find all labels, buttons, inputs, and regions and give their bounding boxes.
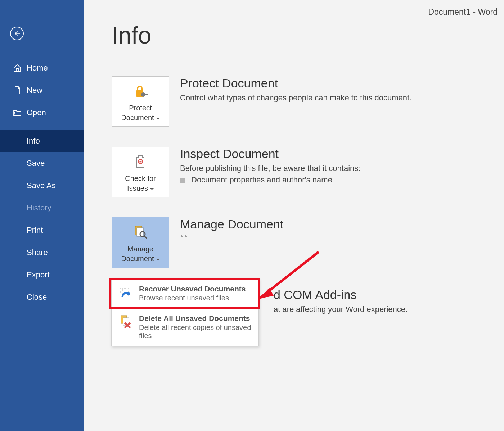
sidebar-item-label: New: [27, 86, 42, 95]
sidebar-item-label: Info: [27, 136, 40, 146]
open-icon: [13, 108, 22, 117]
menu-item-subtitle: Delete all recent copies of unsaved file…: [139, 323, 252, 340]
menu-item-recover-unsaved[interactable]: Recover Unsaved Documents Browse recent …: [112, 279, 258, 308]
backstage-sidebar: Home New Open Info Save Save As History …: [0, 0, 84, 431]
back-button[interactable]: [10, 27, 24, 40]
button-label: Manage Document: [115, 244, 166, 264]
sidebar-divider: [13, 126, 71, 126]
sidebar-item-export[interactable]: Export: [0, 264, 84, 286]
back-arrow-icon: [13, 30, 21, 37]
home-icon: [13, 64, 22, 72]
section-protect: Protect Document Protect Document Contro…: [112, 76, 504, 127]
sidebar-item-label: Print: [27, 226, 43, 235]
section-desc: Before publishing this file, be aware th…: [180, 164, 360, 173]
menu-item-subtitle: Browse recent unsaved files: [139, 294, 246, 302]
page-title: Info: [112, 22, 504, 49]
sidebar-item-close[interactable]: Close: [0, 286, 84, 308]
section-manage: Manage Document Manage Document: [112, 217, 504, 268]
sidebar-item-save-as[interactable]: Save As: [0, 174, 84, 197]
sidebar-item-info[interactable]: Info: [0, 130, 84, 152]
svg-rect-4: [139, 156, 142, 158]
svg-rect-2: [145, 94, 148, 95]
sidebar-item-share[interactable]: Share: [0, 241, 84, 264]
sidebar-item-label: Save: [27, 159, 45, 168]
sidebar-item-label: Export: [27, 270, 50, 280]
button-label: Protect Document: [115, 103, 166, 123]
sidebar-item-open[interactable]: Open: [0, 101, 84, 124]
menu-item-title: Delete All Unsaved Documents: [139, 314, 252, 323]
section-title-partial: d COM Add-ins: [274, 288, 408, 302]
menu-item-title: Recover Unsaved Documents: [139, 285, 246, 293]
button-label: Check for Issues: [115, 174, 166, 193]
menu-item-delete-unsaved[interactable]: Delete All Unsaved Documents Delete all …: [112, 308, 258, 346]
section-title: Inspect Document: [180, 147, 360, 161]
section-title: Protect Document: [180, 76, 411, 90]
lock-key-icon: [115, 82, 166, 101]
section-desc-partial: at are affecting your Word experience.: [274, 305, 408, 314]
svg-line-9: [144, 236, 147, 239]
sidebar-item-label: Home: [27, 63, 48, 73]
section-desc: Control what types of changes people can…: [180, 93, 411, 103]
sidebar-item-save[interactable]: Save: [0, 152, 84, 174]
sidebar-item-print[interactable]: Print: [0, 219, 84, 241]
section-inspect: Check for Issues Inspect Document Before…: [112, 147, 504, 197]
sidebar-item-label: Open: [27, 108, 46, 117]
new-icon: [13, 86, 22, 95]
recover-documents-icon: [118, 285, 133, 300]
documents-magnifier-icon: [115, 223, 166, 242]
sidebar-item-history: History: [0, 197, 84, 219]
sidebar-item-label: History: [27, 203, 51, 213]
sidebar-item-label: Share: [27, 248, 48, 257]
sidebar-item-label: Close: [27, 292, 47, 302]
manage-document-menu: Recover Unsaved Documents Browse recent …: [111, 278, 259, 346]
sidebar-item-label: Save As: [27, 181, 56, 190]
sidebar-item-new[interactable]: New: [0, 79, 84, 101]
section-title: Manage Document: [180, 217, 283, 231]
no-versions-icon: [180, 235, 283, 239]
sidebar-item-home[interactable]: Home: [0, 57, 84, 79]
check-for-issues-button[interactable]: Check for Issues: [112, 147, 169, 197]
clipboard-check-icon: [115, 153, 166, 172]
manage-document-button[interactable]: Manage Document: [112, 217, 169, 268]
protect-document-button[interactable]: Protect Document: [112, 76, 169, 127]
inspect-bullet: Document properties and author's name: [180, 175, 360, 185]
delete-documents-icon: [118, 314, 133, 329]
